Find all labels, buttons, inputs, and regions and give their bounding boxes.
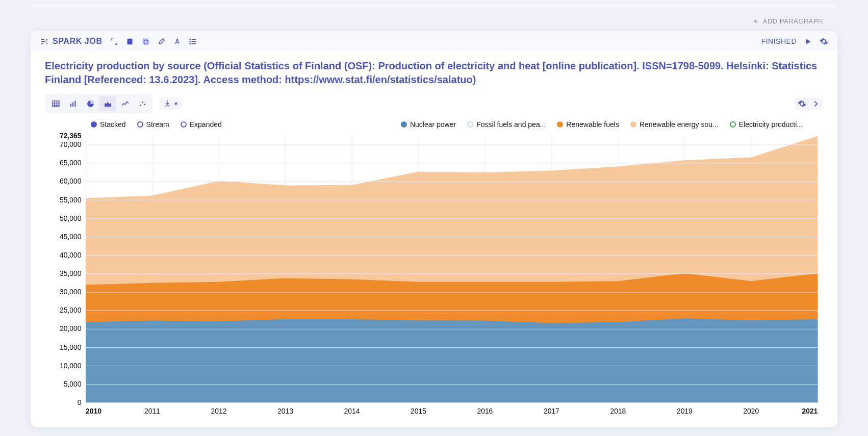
chevron-right-icon[interactable]: [811, 99, 820, 108]
svg-text:2016: 2016: [477, 407, 493, 415]
add-paragraph-button[interactable]: + ADD PARAGRAPH: [754, 17, 823, 25]
svg-text:30,000: 30,000: [60, 288, 82, 296]
mode-legend-item[interactable]: Stream: [137, 120, 169, 129]
copy-icon[interactable]: [141, 37, 150, 46]
viz-table-button[interactable]: [47, 96, 64, 111]
svg-text:60,000: 60,000: [60, 177, 82, 185]
chart-legends: StackedStreamExpanded Nuclear powerFossi…: [45, 118, 823, 130]
svg-rect-2: [143, 39, 147, 43]
svg-text:65,000: 65,000: [60, 159, 82, 167]
stacked-area-chart[interactable]: 05,00010,00015,00020,00025,00030,00035,0…: [45, 130, 823, 418]
erase-icon[interactable]: [157, 37, 166, 46]
gear-icon[interactable]: [820, 37, 828, 46]
svg-text:15,000: 15,000: [60, 343, 82, 351]
svg-text:2019: 2019: [677, 407, 693, 415]
svg-text:2013: 2013: [277, 407, 293, 415]
svg-point-11: [142, 101, 143, 103]
spark-icon: [40, 37, 48, 46]
list-icon[interactable]: [189, 37, 197, 46]
series-legend-item[interactable]: Electricity producti...: [730, 120, 803, 129]
expand-icon[interactable]: [110, 37, 118, 46]
svg-point-4: [190, 41, 190, 41]
play-icon[interactable]: [804, 37, 812, 46]
viz-bar-button[interactable]: [64, 96, 82, 111]
viz-type-group: [45, 94, 153, 113]
book-icon[interactable]: [125, 37, 134, 46]
svg-text:20,000: 20,000: [60, 324, 82, 332]
svg-rect-0: [127, 38, 132, 44]
svg-text:2010: 2010: [86, 407, 101, 415]
svg-point-12: [144, 104, 145, 105]
series-legend-item[interactable]: Fossil fuels and pea...: [467, 120, 546, 129]
svg-text:10,000: 10,000: [60, 362, 82, 370]
svg-rect-8: [72, 102, 73, 107]
svg-rect-6: [53, 100, 59, 106]
viz-pie-button[interactable]: [82, 96, 99, 111]
chart-title: Electricity production by source (Offici…: [31, 51, 837, 92]
svg-text:25,000: 25,000: [60, 306, 82, 314]
svg-point-5: [190, 43, 190, 44]
svg-text:5,000: 5,000: [64, 380, 82, 388]
svg-text:50,000: 50,000: [60, 214, 82, 222]
paragraph-toolbar: SPARK JOB FINISHED: [31, 31, 837, 51]
spark-job-label: SPARK JOB: [40, 37, 103, 46]
add-paragraph-label: ADD PARAGRAPH: [763, 17, 823, 25]
svg-text:2014: 2014: [344, 407, 360, 415]
svg-rect-1: [144, 40, 148, 44]
plus-icon: +: [754, 17, 758, 25]
series-legend-item[interactable]: Renewable fuels: [557, 120, 619, 129]
svg-text:2017: 2017: [544, 407, 559, 415]
viz-area-button[interactable]: [99, 96, 116, 111]
svg-text:72,365: 72,365: [60, 132, 82, 140]
svg-text:2012: 2012: [211, 407, 227, 415]
viz-scatter-button[interactable]: [134, 96, 151, 111]
svg-text:35,000: 35,000: [60, 269, 82, 277]
download-menu[interactable]: ▼: [159, 97, 183, 110]
svg-text:45,000: 45,000: [60, 233, 82, 241]
mode-legend-item[interactable]: Expanded: [181, 120, 222, 129]
svg-text:2011: 2011: [144, 407, 160, 415]
svg-point-10: [139, 104, 141, 106]
svg-point-3: [190, 39, 190, 39]
series-legend-item[interactable]: Renewable energy sou...: [630, 120, 719, 129]
caret-down-icon: ▼: [173, 101, 178, 107]
notebook-paragraph-card: SPARK JOB FINISHED Electricity productio…: [31, 31, 837, 427]
svg-text:2015: 2015: [411, 407, 426, 415]
svg-rect-7: [70, 104, 71, 107]
svg-text:2020: 2020: [743, 407, 759, 415]
viz-line-button[interactable]: [116, 96, 134, 111]
chart-settings-icon[interactable]: [798, 99, 806, 108]
svg-text:0: 0: [78, 398, 82, 406]
series-legend-item[interactable]: Nuclear power: [401, 120, 456, 129]
font-icon[interactable]: [173, 37, 182, 46]
status-label: FINISHED: [761, 37, 797, 45]
mode-legend-item[interactable]: Stacked: [91, 120, 126, 129]
svg-rect-9: [74, 100, 75, 106]
svg-text:70,000: 70,000: [60, 140, 82, 148]
svg-text:2018: 2018: [610, 407, 626, 415]
svg-text:55,000: 55,000: [60, 196, 82, 204]
svg-text:2021: 2021: [802, 407, 818, 415]
svg-text:40,000: 40,000: [60, 251, 82, 259]
